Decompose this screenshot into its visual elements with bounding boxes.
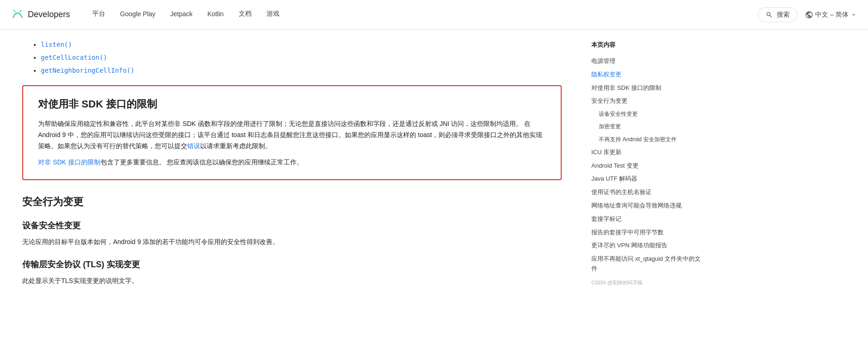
get-cell-location-link[interactable]: getCellLocation() xyxy=(41,54,107,61)
sidebar-heading: 本页内容 xyxy=(591,41,706,49)
sidebar-item-vpn[interactable]: 更详尽的 VPN 网络功能报告 xyxy=(591,239,706,252)
credit-text: CSDN @安静的码字狐 xyxy=(591,279,706,286)
device-security-title: 设备安全性变更 xyxy=(22,220,562,231)
sidebar-item-device-security[interactable]: 设备安全性变更 xyxy=(591,108,706,120)
nav-link-google-play[interactable]: Google Play xyxy=(113,0,163,30)
svg-point-0 xyxy=(15,13,17,14)
sdk-body2-text: 包含了更多重要信息。 您应查阅该信息以确保您的应用继续正常工作。 xyxy=(101,158,304,166)
svg-line-2 xyxy=(14,10,15,12)
nav-right: 搜索 中文 – 简体 xyxy=(758,7,857,22)
logo-text: Developers xyxy=(28,10,70,19)
list-item: listen() xyxy=(41,41,562,48)
get-neighboring-cell-info-link[interactable]: getNeighboringCellInfo() xyxy=(41,67,134,74)
nav-link-games[interactable]: 游戏 xyxy=(259,0,287,30)
list-item: getCellLocation() xyxy=(41,54,562,61)
logo-link[interactable]: Developers xyxy=(11,8,70,21)
sidebar-item-hostname[interactable]: 使用证书的主机名验证 xyxy=(591,186,706,199)
right-sidebar: 本页内容 电源管理 隐私权变更 对使用非 SDK 接口的限制 安全行为变更 设备… xyxy=(584,30,714,314)
sidebar-item-xt-qtaguid[interactable]: 应用不再能访问 xt_qtaguid 文件夹中的文件 xyxy=(591,252,706,276)
sidebar-item-socket-tag[interactable]: 套接字标记 xyxy=(591,213,706,226)
search-box[interactable]: 搜索 xyxy=(758,7,798,22)
nav-link-docs[interactable]: 文档 xyxy=(231,0,259,30)
sidebar-item-power[interactable]: 电源管理 xyxy=(591,55,706,68)
android-logo-icon xyxy=(11,8,24,21)
code-list: listen() getCellLocation() getNeighborin… xyxy=(41,41,562,74)
sdk-restriction-title: 对使用非 SDK 接口的限制 xyxy=(38,97,546,111)
sidebar-item-java-utf[interactable]: Java UTF 解码器 xyxy=(591,172,706,186)
lang-label: 中文 – 简体 xyxy=(815,11,849,19)
search-label: 搜索 xyxy=(777,11,790,19)
security-section-title: 安全行为变更 xyxy=(22,195,562,209)
sidebar-item-no-android-secure[interactable]: 不再支持 Android 安全加密文件 xyxy=(591,133,706,146)
sidebar-item-socket-bytes[interactable]: 报告的套接字中可用字节数 xyxy=(591,226,706,239)
top-navigation: Developers 平台 Google Play Jetpack Kotlin… xyxy=(0,0,868,30)
search-icon xyxy=(766,11,773,19)
page-layout: listen() getCellLocation() getNeighborin… xyxy=(0,30,868,314)
sdk-body1-text: 为帮助确保应用稳定性和兼容性，此平台对某些非 SDK 函数和字段的使用进行了限制… xyxy=(38,120,542,150)
tls-body: 此处显示关于TLS实现变更的说明文字。 xyxy=(22,276,562,287)
nav-link-kotlin[interactable]: Kotlin xyxy=(200,0,231,30)
sdk-error-link[interactable]: 错误 xyxy=(187,142,200,150)
svg-line-3 xyxy=(20,10,21,12)
sidebar-item-icu[interactable]: ICU 库更新 xyxy=(591,146,706,159)
device-security-body: 无论应用的目标平台版本如何，Android 9 添加的若干功能均可令应用的安全性… xyxy=(22,237,562,248)
svg-point-1 xyxy=(19,13,20,14)
chevron-down-icon xyxy=(850,12,857,18)
sdk-restriction-box: 对使用非 SDK 接口的限制 为帮助确保应用稳定性和兼容性，此平台对某些非 SD… xyxy=(22,85,562,180)
sidebar-item-security[interactable]: 安全行为变更 xyxy=(591,94,706,108)
sdk-restriction-body2: 对非 SDK 接口的限制包含了更多重要信息。 您应查阅该信息以确保您的应用继续正… xyxy=(38,157,546,168)
sidebar-item-crypto[interactable]: 加密变更 xyxy=(591,120,706,133)
sidebar-item-android-test[interactable]: Android Test 变更 xyxy=(591,159,706,173)
nav-link-jetpack[interactable]: Jetpack xyxy=(163,0,200,30)
sdk-restriction-body1: 为帮助确保应用稳定性和兼容性，此平台对某些非 SDK 函数和字段的使用进行了限制… xyxy=(38,119,546,151)
list-item: getNeighboringCellInfo() xyxy=(41,67,562,74)
globe-icon xyxy=(805,11,813,19)
sdk-more-link[interactable]: 对非 SDK 接口的限制 xyxy=(38,158,101,166)
sidebar-item-network-query[interactable]: 网络地址查询可能会导致网络违规 xyxy=(591,199,706,213)
sidebar-item-sdk[interactable]: 对使用非 SDK 接口的限制 xyxy=(591,82,706,95)
nav-links: 平台 Google Play Jetpack Kotlin 文档 游戏 xyxy=(85,0,758,30)
sdk-body1-suffix: 以请求重新考虑此限制。 xyxy=(200,142,272,150)
tls-title: 传输层安全协议 (TLS) 实现变更 xyxy=(22,259,562,270)
main-content: listen() getCellLocation() getNeighborin… xyxy=(0,30,584,314)
listen-link[interactable]: listen() xyxy=(41,41,72,48)
nav-link-platform[interactable]: 平台 xyxy=(85,0,113,30)
language-selector[interactable]: 中文 – 简体 xyxy=(805,11,857,19)
sidebar-item-privacy[interactable]: 隐私权变更 xyxy=(591,68,706,82)
